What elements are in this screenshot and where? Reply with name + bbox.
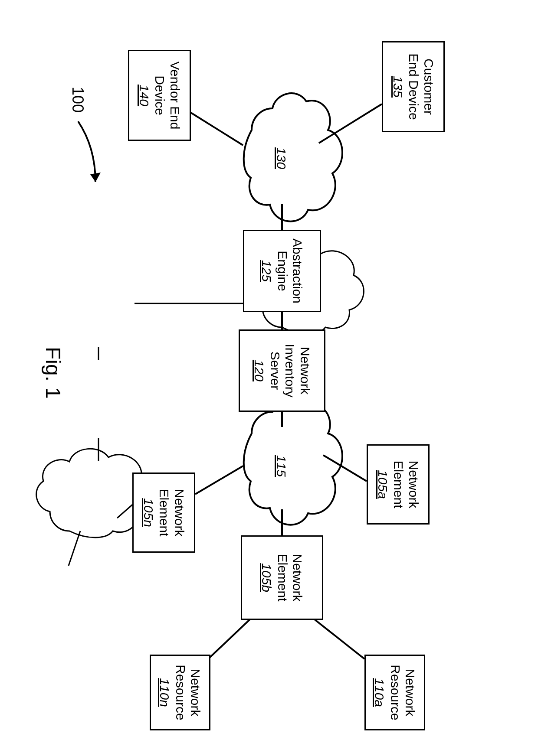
label: Network — [290, 554, 305, 601]
label: Vendor End — [167, 62, 183, 130]
label: Element — [391, 460, 406, 508]
label: Network — [172, 489, 187, 536]
box-customer-end-device: Customer End Device 135 — [382, 41, 445, 132]
label: Resource — [388, 665, 403, 720]
box-abstraction-engine: Abstraction Engine 125 — [243, 230, 321, 312]
cloud-130 — [244, 93, 342, 221]
box-network-element-105b: Network Element 105b — [241, 535, 323, 620]
box-network-resource-110a: Network Resource 110a — [364, 655, 425, 730]
box-vendor-end-device: Vendor End Device 140 — [128, 50, 191, 141]
ref: 105a — [375, 470, 390, 499]
ref: 120 — [252, 360, 266, 381]
label: Device — [152, 75, 167, 115]
ref: 110a — [372, 678, 387, 707]
cloud-130-ref: 130 — [274, 145, 289, 171]
cloud-115-ref: 115 — [274, 453, 289, 479]
ref: 105b — [259, 563, 274, 592]
ref: 140 — [137, 85, 151, 106]
svg-line-14 — [208, 618, 252, 659]
label: Inventory — [282, 344, 298, 397]
label: Network — [406, 460, 421, 508]
box-network-element-105a: Network Element 105a — [367, 444, 430, 525]
system-ref-label: 100 — [69, 87, 87, 113]
ref: 125 — [259, 260, 274, 282]
cloud-115 — [244, 397, 342, 525]
ref: 135 — [390, 76, 405, 98]
label: Network — [403, 668, 418, 716]
box-network-resource-110n: Network Resource 110n — [150, 655, 210, 730]
ref: 105n — [141, 498, 156, 527]
label: Element — [275, 554, 290, 601]
label: Engine — [275, 251, 290, 291]
svg-line-13 — [312, 618, 364, 659]
figure-label: Fig. 1 — [41, 347, 65, 399]
label: Network — [297, 347, 312, 394]
label: Abstraction — [290, 238, 305, 303]
label: Customer — [421, 59, 436, 115]
label: End Device — [406, 53, 421, 120]
label: Server — [267, 352, 282, 390]
svg-line-12 — [195, 466, 243, 494]
system-ref-arrow — [78, 121, 95, 182]
system-ref-arrowhead — [90, 173, 101, 182]
label: Resource — [173, 665, 188, 720]
svg-line-6 — [191, 113, 243, 145]
box-network-element-105n: Network Element 105n — [132, 472, 195, 553]
label: Element — [157, 489, 172, 536]
box-network-inventory-server: Network Inventory Server 120 — [239, 329, 325, 412]
ref: 110n — [157, 678, 172, 707]
label: Network — [188, 668, 203, 716]
